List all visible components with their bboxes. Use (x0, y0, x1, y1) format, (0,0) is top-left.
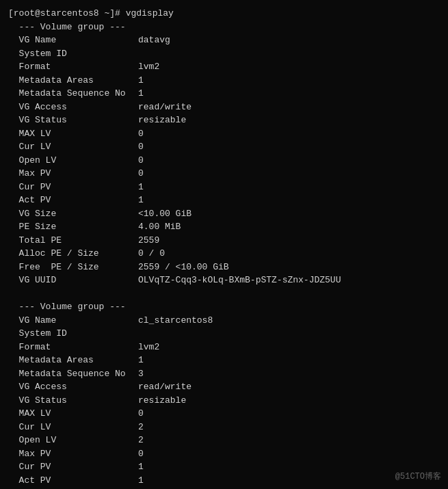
field-row-1-6: VG Status resizable (8, 394, 440, 408)
field-row-0-13: VG Size <10.00 GiB (8, 207, 440, 221)
field-value-1-6: resizable (138, 394, 186, 408)
field-row-1-3: Metadata Areas 1 (8, 354, 440, 367)
field-row-0-6: VG Status resizable (8, 114, 440, 127)
field-row-0-12: Act PV 1 (8, 194, 440, 207)
field-label-0-15: Total PE (8, 234, 138, 248)
field-row-0-4: Metadata Sequence No1 (8, 87, 440, 101)
field-value-0-3: 1 (138, 74, 144, 88)
prompt-command: [root@starcentos8 ~]# vgdisplay (8, 7, 174, 21)
field-value-0-15: 2559 (138, 234, 159, 248)
field-label-0-11: Cur PV (8, 181, 138, 194)
field-row-0-10: Max PV 0 (8, 167, 440, 181)
field-row-0-16: Alloc PE / Size 0 / 0 (8, 247, 440, 261)
field-row-0-2: Format lvm2 (8, 60, 440, 74)
field-label-1-1: System ID (8, 327, 138, 341)
field-label-1-12: Act PV (8, 474, 138, 488)
field-label-1-2: Format (8, 341, 138, 354)
field-row-1-1: System ID (8, 327, 440, 341)
field-row-0-15: Total PE 2559 (8, 234, 440, 248)
field-row-0-14: PE Size 4.00 MiB (8, 220, 440, 234)
field-value-0-12: 1 (138, 194, 144, 207)
field-value-0-17: 2559 / <10.00 GiB (138, 261, 229, 274)
field-label-0-3: Metadata Areas (8, 74, 138, 88)
field-value-0-7: 0 (138, 127, 144, 141)
field-label-1-7: MAX LV (8, 407, 138, 421)
field-value-0-9: 0 (138, 154, 144, 168)
field-value-1-10: 0 (138, 447, 144, 461)
field-label-1-6: VG Status (8, 394, 138, 408)
field-label-0-14: PE Size (8, 220, 138, 234)
section-header-1: --- Volume group --- (8, 300, 440, 314)
field-label-0-4: Metadata Sequence No (8, 87, 138, 101)
field-value-0-8: 0 (138, 140, 144, 154)
field-row-0-8: Cur LV 0 (8, 140, 440, 154)
field-label-0-8: Cur LV (8, 140, 138, 154)
terminal: [root@starcentos8 ~]# vgdisplay --- Volu… (5, 4, 443, 489)
field-label-0-16: Alloc PE / Size (8, 247, 138, 261)
field-label-1-8: Cur LV (8, 421, 138, 434)
field-row-1-10: Max PV 0 (8, 447, 440, 461)
field-label-1-4: Metadata Sequence No (8, 367, 138, 381)
field-value-0-11: 1 (138, 181, 144, 194)
field-row-1-2: Format lvm2 (8, 341, 440, 354)
field-value-0-5: read/write (138, 101, 192, 114)
field-value-0-14: 4.00 MiB (138, 220, 181, 234)
field-value-1-2: lvm2 (138, 341, 159, 354)
field-value-1-3: 1 (138, 354, 144, 367)
field-label-1-10: Max PV (8, 447, 138, 461)
field-value-0-18: OLVqTZ-Cqq3-kOLq-BXmB-pSTZ-sZnx-JDZ5UU (138, 274, 341, 287)
field-row-1-11: Cur PV 1 (8, 460, 440, 474)
field-value-0-4: 1 (138, 87, 144, 101)
field-row-0-1: System ID (8, 47, 440, 61)
field-value-0-0: datavg (138, 34, 170, 47)
watermark: @51CTO博客 (395, 471, 441, 482)
field-value-0-6: resizable (138, 114, 186, 127)
field-value-1-12: 1 (138, 474, 144, 488)
field-label-0-0: VG Name (8, 34, 138, 47)
field-row-1-0: VG Name cl_starcentos8 (8, 314, 440, 328)
field-value-0-13: <10.00 GiB (138, 207, 192, 221)
field-value-1-0: cl_starcentos8 (138, 314, 213, 328)
field-row-1-5: VG Access read/write (8, 380, 440, 394)
field-label-0-6: VG Status (8, 114, 138, 127)
field-value-1-9: 2 (138, 434, 144, 447)
field-row-1-7: MAX LV 0 (8, 407, 440, 421)
field-row-0-7: MAX LV 0 (8, 127, 440, 141)
field-label-0-5: VG Access (8, 101, 138, 114)
field-label-0-18: VG UUID (8, 274, 138, 287)
field-value-0-16: 0 / 0 (138, 247, 165, 261)
field-row-0-5: VG Access read/write (8, 101, 440, 114)
field-row-1-4: Metadata Sequence No3 (8, 367, 440, 381)
field-value-1-5: read/write (138, 380, 192, 394)
field-row-0-17: Free PE / Size 2559 / <10.00 GiB (8, 261, 440, 274)
section-spacer-0 (8, 287, 440, 301)
field-row-1-9: Open LV 2 (8, 434, 440, 447)
field-value-1-4: 3 (138, 367, 144, 381)
field-value-0-10: 0 (138, 167, 144, 181)
field-row-0-18: VG UUID OLVqTZ-Cqq3-kOLq-BXmB-pSTZ-sZnx-… (8, 274, 440, 287)
field-row-1-8: Cur LV 2 (8, 421, 440, 434)
field-value-0-2: lvm2 (138, 60, 159, 74)
field-value-1-8: 2 (138, 421, 144, 434)
field-row-0-3: Metadata Areas 1 (8, 74, 440, 88)
field-label-0-1: System ID (8, 47, 138, 61)
field-row-1-12: Act PV 1 (8, 474, 440, 488)
field-label-1-3: Metadata Areas (8, 354, 138, 367)
field-label-0-2: Format (8, 60, 138, 74)
field-label-1-0: VG Name (8, 314, 138, 328)
field-label-1-9: Open LV (8, 434, 138, 447)
field-label-0-13: VG Size (8, 207, 138, 221)
field-label-1-5: VG Access (8, 380, 138, 394)
field-label-0-12: Act PV (8, 194, 138, 207)
field-row-0-11: Cur PV 1 (8, 181, 440, 194)
field-label-0-7: MAX LV (8, 127, 138, 141)
section-header-0: --- Volume group --- (8, 21, 440, 34)
field-value-1-7: 0 (138, 407, 144, 421)
field-label-1-11: Cur PV (8, 460, 138, 474)
field-value-1-11: 1 (138, 460, 144, 474)
field-label-0-17: Free PE / Size (8, 261, 138, 274)
field-label-0-9: Open LV (8, 154, 138, 168)
initial-prompt: [root@starcentos8 ~]# vgdisplay (8, 7, 440, 21)
field-row-0-0: VG Name datavg (8, 34, 440, 47)
field-label-0-10: Max PV (8, 167, 138, 181)
